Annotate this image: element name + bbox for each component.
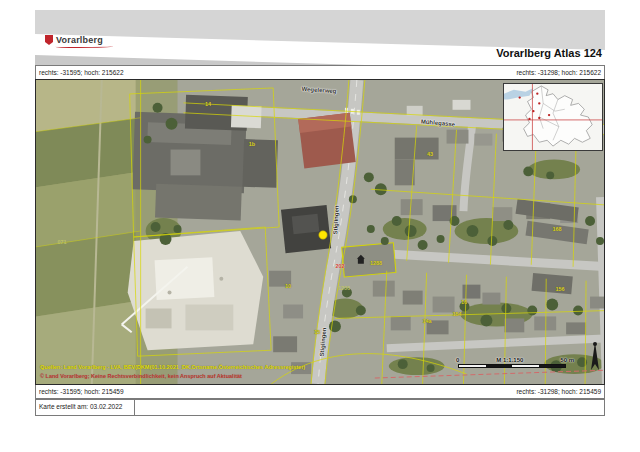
house-number-label: 15 xyxy=(314,329,320,335)
house-number-label: 16 xyxy=(461,299,467,305)
overview-inset-map xyxy=(503,83,603,151)
top-coordinate-row: rechts: -31595; hoch: 215622 rechts: -31… xyxy=(35,65,605,79)
logo-swoosh xyxy=(55,45,113,48)
house-number-label: 14 xyxy=(205,101,211,107)
house-number-label: 156 xyxy=(555,286,564,292)
north-arrow-icon xyxy=(588,340,602,376)
coord-bottom-right: rechts: -31298; hoch: 215459 xyxy=(516,388,601,395)
vorarlberg-logo: Vorarlberg xyxy=(45,35,113,48)
scale-bar-track xyxy=(458,364,566,368)
field-number-label: 071 xyxy=(57,239,66,245)
map-attribution: Quellen: Land Vorarlberg - LVA, BEV(DKM(… xyxy=(40,363,305,380)
house-number-label: 43 xyxy=(427,151,433,157)
bottom-coordinate-row: rechts: -31595; hoch: 215459 rechts: -31… xyxy=(35,385,605,399)
map-viewport[interactable]: Wegelerweg Stiglingen Stiglingen Mühlega… xyxy=(35,79,605,385)
footer-empty-cell xyxy=(135,399,605,416)
house-number-label: 14a xyxy=(422,318,431,324)
house-number-label: 1b xyxy=(249,141,255,147)
map-created-date: Karte erstellt am: 03.02.2022 xyxy=(35,399,135,416)
construction-site xyxy=(122,231,264,350)
scale-distance-label: 50 m xyxy=(560,357,574,363)
vorarlberg-overview-graphic xyxy=(504,84,602,150)
attribution-copyright: © Land Vorarlberg; Keine Rechtsverbindli… xyxy=(40,372,305,381)
house-number-label: 1206 xyxy=(338,285,350,291)
print-page: Vorarlberg Vorarlberg Atlas 124 rechts: … xyxy=(35,10,605,416)
footer-row: Karte erstellt am: 03.02.2022 xyxy=(35,399,605,416)
page-header: Vorarlberg Vorarlberg Atlas 124 xyxy=(35,10,605,65)
house-number-label: 10 xyxy=(285,283,291,289)
scale-zero-label: 0 xyxy=(456,357,459,363)
coord-top-right: rechts: -31298; hoch: 215622 xyxy=(516,69,601,76)
coord-bottom-left: rechts: -31595; hoch: 215459 xyxy=(39,388,124,395)
scale-bar: 0 M 1:1.150 50 m xyxy=(456,357,574,368)
parcel-number-label: 202 xyxy=(335,263,344,269)
logo-text: Vorarlberg xyxy=(56,35,103,45)
parcel-number-label: 1288 xyxy=(370,260,382,266)
page-title: Vorarlberg Atlas 124 xyxy=(496,47,602,59)
parcel-1288-building xyxy=(342,243,396,277)
logo-shield-icon xyxy=(45,35,53,45)
house-number-label: 154 xyxy=(452,311,461,317)
attribution-sources: Quellen: Land Vorarlberg - LVA, BEV(DKM(… xyxy=(40,363,305,372)
dark-building xyxy=(281,205,331,253)
coord-top-left: rechts: -31595; hoch: 215622 xyxy=(39,69,124,76)
map-marker-dot xyxy=(319,231,327,239)
house-number-label: 168 xyxy=(552,226,561,232)
scale-ratio-label: M 1:1.150 xyxy=(496,357,523,363)
